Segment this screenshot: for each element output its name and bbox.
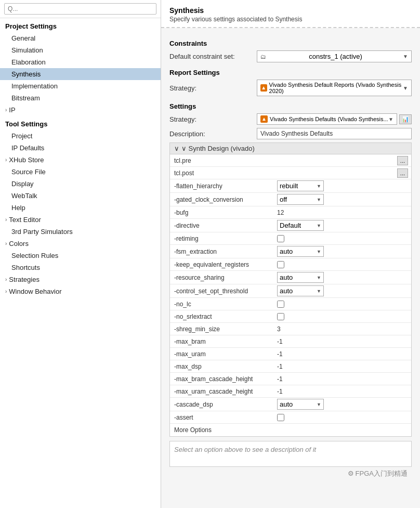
row-checkbox[interactable] [277, 313, 284, 320]
sidebar-item-window-behavior[interactable]: ›Window Behavior [0, 285, 161, 297]
sidebar-section-label: Project Settings [0, 18, 161, 32]
settings-row-name: -max_bram_cascade_height [170, 374, 274, 384]
sidebar-item-bitstream[interactable]: Bitstream [0, 92, 161, 104]
sidebar-item-colors[interactable]: ›Colors [0, 238, 161, 250]
settings-row-name: -control_set_opt_threshold [170, 286, 274, 296]
sidebar-item-synthesis[interactable]: Synthesis [0, 68, 161, 80]
sidebar-item-label: Colors [9, 240, 29, 248]
constraints-dropdown[interactable]: 🗂 constrs_1 (active) ▼ [257, 50, 412, 62]
settings-row-value [274, 429, 411, 431]
report-row: Strategy: ▲ Vivado Synthesis Default Rep… [169, 80, 412, 96]
row-text-value: 12 [277, 209, 284, 216]
settings-row: tcl.post... [170, 167, 411, 179]
main-body: Constraints Default constraint set: 🗂 co… [161, 28, 420, 486]
sidebar-item-simulation[interactable]: Simulation [0, 44, 161, 56]
settings-row-value: auto▼ [274, 284, 411, 297]
synth-design-collapse-icon[interactable]: ∨ [174, 145, 179, 152]
value-dropdown[interactable]: off▼ [277, 194, 324, 205]
sidebar-item-label: Elaboration [11, 58, 46, 66]
settings-row-name: tcl.pre [170, 155, 274, 166]
synth-design-title: ∨ Synth Design (vivado) [181, 145, 255, 152]
sidebar-item-project[interactable]: Project [0, 130, 161, 142]
watermark: ⚙ FPGA入门到精通 [169, 467, 412, 480]
constraints-row: Default constraint set: 🗂 constrs_1 (act… [169, 50, 412, 62]
edit-strategy-button[interactable]: 📊 [399, 114, 412, 124]
main-header: Synthesis Specify various settings assoc… [161, 0, 420, 28]
row-checkbox[interactable] [277, 301, 284, 308]
row-checkbox[interactable] [277, 414, 284, 421]
report-arrow-icon: ▼ [403, 85, 408, 91]
dots-button[interactable]: ... [397, 168, 408, 178]
dropdown-arrow-icon: ▼ [317, 223, 321, 228]
settings-row-value: Default▼ [274, 219, 411, 232]
sidebar-item-source-file[interactable]: Source File [0, 166, 161, 178]
value-dropdown[interactable]: auto▼ [277, 399, 324, 410]
report-section-title: Report Settings [169, 69, 412, 76]
settings-description-label: Description: [169, 130, 253, 138]
settings-strategy-dropdown[interactable]: ▲ Vivado Synthesis Defaults (Vivado Synt… [257, 113, 397, 125]
settings-row-name: -gated_clock_conversion [170, 194, 274, 205]
settings-row-name: -no_lc [170, 299, 274, 309]
sidebar-item-label: IP [9, 106, 15, 114]
settings-row-value [274, 299, 411, 309]
settings-row-name: -shreg_min_size [170, 324, 274, 334]
watermark-text: FPGA入门到精通 [356, 470, 408, 477]
sidebar-item-label: Selection Rules [11, 252, 58, 259]
row-text-value: -1 [277, 338, 283, 345]
sidebar-item-help[interactable]: Help [0, 202, 161, 214]
sidebar-item-label: IP Defaults [11, 144, 44, 152]
sidebar-item-webtalk[interactable]: WebTalk [0, 190, 161, 202]
value-dropdown[interactable]: rebuilt▼ [277, 180, 324, 191]
report-dropdown[interactable]: ▲ Vivado Synthesis Default Reports (Viva… [257, 80, 412, 96]
row-checkbox[interactable] [277, 261, 284, 268]
settings-row-name: -fsm_extraction [170, 246, 274, 257]
settings-row: -directiveDefault▼ [170, 219, 411, 232]
sidebar-item-text-editor[interactable]: ›Text Editor [0, 214, 161, 226]
sidebar-item-general[interactable]: General [0, 32, 161, 44]
settings-row-value: -1 [274, 387, 411, 396]
settings-row: -no_srlextract [170, 310, 411, 323]
sidebar-item-label: Display [11, 180, 34, 188]
settings-row-value: -1 [274, 337, 411, 346]
settings-row-value: off▼ [274, 193, 411, 206]
settings-row: tcl.pre... [170, 154, 411, 167]
sidebar-item-implementation[interactable]: Implementation [0, 80, 161, 92]
settings-row: -max_bram-1 [170, 335, 411, 348]
value-dropdown[interactable]: auto▼ [277, 272, 324, 283]
expand-arrow-icon: › [5, 107, 7, 113]
value-dropdown[interactable]: Default▼ [277, 220, 324, 231]
constraints-section-title: Constraints [169, 40, 412, 47]
settings-row-value: auto▼ [274, 398, 411, 411]
value-dropdown[interactable]: auto▼ [277, 285, 324, 296]
sidebar-item-3rd-party-simulators[interactable]: 3rd Party Simulators [0, 226, 161, 238]
settings-row-name: -max_bram [170, 336, 274, 347]
sidebar-item-strategies[interactable]: ›Strategies [0, 273, 161, 285]
row-checkbox[interactable] [277, 235, 284, 242]
search-input[interactable] [4, 3, 156, 15]
settings-row-name: -max_dsp [170, 361, 274, 372]
expand-arrow-icon: › [5, 217, 7, 223]
constraints-control: 🗂 constrs_1 (active) ▼ [257, 50, 412, 62]
sidebar-item-display[interactable]: Display [0, 178, 161, 190]
value-dropdown[interactable]: auto▼ [277, 246, 324, 257]
settings-row: -max_bram_cascade_height-1 [170, 373, 411, 385]
settings-row-name: -bufg [170, 207, 274, 218]
dots-button[interactable]: ... [397, 156, 408, 165]
settings-row-value: -1 [274, 374, 411, 384]
settings-row-name: -directive [170, 220, 274, 231]
dropdown-value-text: auto [280, 400, 316, 408]
settings-row: More Options [170, 424, 411, 436]
settings-row: -flatten_hierarchyrebuilt▼ [170, 179, 411, 193]
settings-row-name: -max_uram_cascade_height [170, 386, 274, 397]
constraint-icon: 🗂 [260, 54, 266, 60]
synth-design-header: ∨ ∨ Synth Design (vivado) [170, 143, 411, 154]
settings-row-value: 3 [274, 324, 411, 334]
sidebar-item-shortcuts[interactable]: Shortcuts [0, 262, 161, 273]
settings-row-value: ... [274, 155, 411, 166]
sidebar-item-ip-defaults[interactable]: IP Defaults [0, 142, 161, 154]
sidebar-item-xhub-store[interactable]: ›XHub Store [0, 154, 161, 166]
sidebar-item-ip[interactable]: ›IP [0, 104, 161, 116]
sidebar-item-selection-rules[interactable]: Selection Rules [0, 250, 161, 262]
settings-section-title: Settings [169, 102, 412, 110]
sidebar-item-elaboration[interactable]: Elaboration [0, 56, 161, 68]
